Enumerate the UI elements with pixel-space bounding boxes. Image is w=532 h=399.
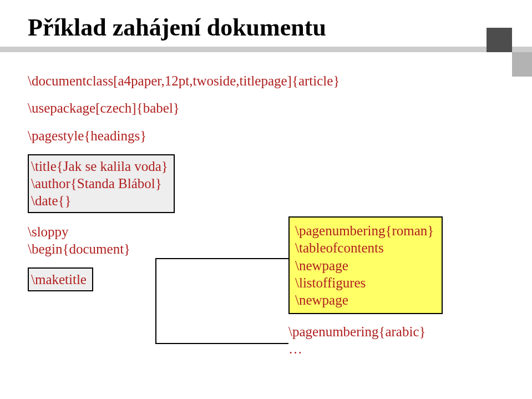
code-tableofcontents: \tableofcontents (295, 239, 434, 256)
code-pagenumbering-arabic: \pagenumbering{arabic} (288, 323, 426, 340)
code-date: \date{} (31, 192, 168, 209)
code-newpage2: \newpage (295, 291, 434, 309)
code-pagenumbering-roman: \pagenumbering{roman} (295, 222, 434, 239)
code-pagestyle: \pagestyle{headings} (28, 127, 510, 144)
trailing-code: \pagenumbering{arabic} … (288, 323, 426, 358)
yellow-insert-box: \pagenumbering{roman} \tableofcontents \… (288, 216, 443, 314)
code-maketitle: \maketitle (31, 271, 87, 288)
code-author: \author{Standa Blábol} (31, 175, 168, 192)
title-meta-box: \title{Jak se kalila voda} \author{Stand… (28, 154, 175, 213)
connector-line (155, 343, 288, 344)
header-divider (0, 47, 532, 52)
maketitle-box: \maketitle (28, 267, 93, 291)
corner-decoration-dark (487, 28, 512, 52)
code-listoffigures: \listoffigures (295, 274, 434, 291)
code-ellipsis: … (288, 340, 426, 357)
code-usepackage: \usepackage[czech]{babel} (28, 99, 510, 117)
connector-line (155, 258, 288, 259)
corner-decoration-light (512, 52, 532, 77)
code-title: \title{Jak se kalila voda} (31, 158, 168, 175)
code-newpage1: \newpage (295, 257, 434, 274)
slide-title: Příklad zahájení dokumentu (28, 13, 326, 42)
connector-line (155, 258, 156, 344)
code-documentclass: \documentclass[a4paper,12pt,twoside,titl… (28, 72, 510, 89)
